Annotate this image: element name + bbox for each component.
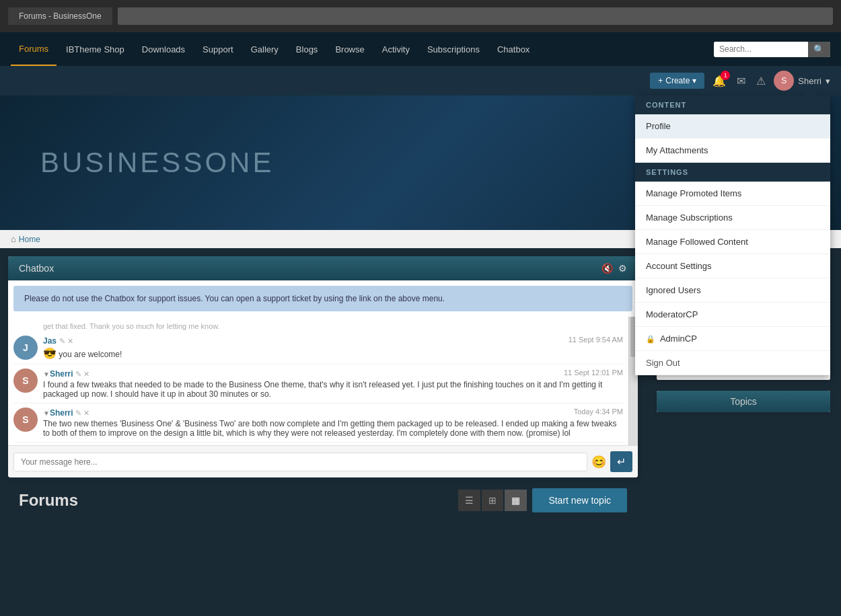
- user-menu-button[interactable]: S Sherri ▾: [774, 71, 830, 91]
- browser-chrome: Forums - BusinessOne: [0, 0, 841, 32]
- nav-ibtheme-shop[interactable]: IBTheme Shop: [58, 32, 133, 66]
- chat-actions: ✎ ✕: [75, 409, 89, 417]
- avatar: S: [13, 369, 38, 393]
- grid-view-button[interactable]: ⊞: [482, 490, 503, 511]
- site-wrapper: Forums IBTheme Shop Downloads Support Ga…: [0, 32, 841, 616]
- forums-title: Forums: [19, 491, 78, 510]
- user-dropdown: CONTENT Profile My Attachments SETTINGS …: [635, 95, 830, 375]
- nav-right: 🔍: [714, 42, 830, 57]
- chat-input[interactable]: [13, 453, 587, 471]
- settings-section-header: SETTINGS: [635, 163, 830, 182]
- manage-subscriptions-menu-item[interactable]: Manage Subscriptions: [635, 206, 830, 230]
- username-label: Sherri: [798, 76, 821, 86]
- chatbox-body: get that fixed. Thank you so much for le…: [8, 317, 638, 445]
- chatbox-header-icons: 🔇 ⚙: [601, 263, 627, 274]
- chat-username: Jas: [43, 336, 57, 346]
- chatbox-header: Chatbox 🔇 ⚙: [8, 256, 638, 280]
- list-view-button[interactable]: ☰: [458, 490, 480, 511]
- chat-content: ▼Sherri Today 4:34 PM ✎ ✕ The two new th…: [43, 408, 623, 438]
- profile-menu-item[interactable]: Profile: [635, 114, 830, 139]
- attachments-menu-item[interactable]: My Attachments: [635, 139, 830, 163]
- chat-actions: ✎ ✕: [59, 337, 73, 345]
- view-buttons: ☰ ⊞ ▦: [458, 490, 527, 511]
- chevron-down-icon: ▾: [826, 76, 830, 86]
- browser-tab: Forums - BusinessOne: [8, 7, 112, 25]
- search-input[interactable]: [714, 42, 808, 56]
- search-box[interactable]: 🔍: [714, 42, 830, 57]
- nav-downloads[interactable]: Downloads: [134, 32, 193, 66]
- plus-icon: +: [658, 76, 663, 85]
- chat-time: 11 Sept 12:01 PM: [564, 369, 623, 377]
- chat-content: ▼Sherri 11 Sept 12:01 PM ✎ ✕ I found a f…: [43, 369, 623, 399]
- notification-badge: 1: [721, 71, 730, 80]
- emoji: 😎: [43, 348, 57, 359]
- chatbox-messages: get that fixed. Thank you so much for le…: [8, 317, 628, 445]
- account-settings-menu-item[interactable]: Account Settings: [635, 254, 830, 278]
- chat-content: Jas 11 Sept 9:54 AM ✎ ✕ 😎 you are welcom…: [43, 336, 623, 360]
- chat-message: S ▼Sherri Today 4:34 PM ✎ ✕ The two new …: [13, 403, 623, 442]
- nav-support[interactable]: Support: [194, 32, 242, 66]
- moderatorcp-menu-item[interactable]: ModeratorCP: [635, 303, 830, 327]
- main-content: Chatbox 🔇 ⚙ Please do not use the Chatbo…: [0, 248, 646, 531]
- chat-time: Today 4:34 PM: [574, 408, 623, 416]
- topics-header: Topics: [657, 391, 830, 412]
- mute-icon[interactable]: 🔇: [601, 263, 613, 274]
- notification-button[interactable]: 🔔 1: [710, 72, 729, 90]
- chat-username: ▼Sherri: [43, 408, 73, 418]
- avatar: J: [13, 336, 38, 360]
- chat-text: I found a few tweaks that needed to be m…: [43, 380, 623, 399]
- dropdown-arrow: [803, 89, 817, 95]
- nav-blogs[interactable]: Blogs: [288, 32, 326, 66]
- search-button[interactable]: 🔍: [808, 42, 830, 57]
- chat-message: J Jas 11 Sept 9:54 AM ✎ ✕ 😎 you are welc…: [13, 332, 623, 364]
- nav-browse[interactable]: Browse: [327, 32, 372, 66]
- chatbox-container: Chatbox 🔇 ⚙ Please do not use the Chatbo…: [8, 256, 638, 477]
- avatar: S: [774, 71, 794, 91]
- chat-message: S ▼Sherri 11 Sept 12:01 PM ✎ ✕ I found a…: [13, 364, 623, 403]
- manage-promoted-menu-item[interactable]: Manage Promoted Items: [635, 182, 830, 206]
- topics-card: Topics: [657, 391, 830, 412]
- home-icon: ⌂: [11, 234, 16, 244]
- admincp-menu-item[interactable]: 🔒 AdminCP: [635, 327, 830, 351]
- ignored-users-menu-item[interactable]: Ignored Users: [635, 278, 830, 303]
- chatbox-input-area: 😊 ↵: [8, 445, 638, 477]
- chat-header: Jas 11 Sept 9:54 AM ✎ ✕: [43, 336, 623, 346]
- manage-followed-menu-item[interactable]: Manage Followed Content: [635, 230, 830, 254]
- action-bar: + Create ▾ 🔔 1 ✉ ⚠ S Sherri ▾ CONTENT Pr…: [0, 66, 841, 95]
- send-button[interactable]: ↵: [610, 451, 632, 472]
- avatar: S: [13, 408, 38, 432]
- nav-gallery[interactable]: Gallery: [243, 32, 287, 66]
- top-nav: Forums IBTheme Shop Downloads Support Ga…: [0, 32, 841, 66]
- nav-activity[interactable]: Activity: [374, 32, 418, 66]
- mod-icon: ▼: [43, 371, 50, 378]
- clipped-msg: get that fixed. Thank you so much for le…: [13, 319, 623, 332]
- emoji-button[interactable]: 😊: [591, 455, 606, 469]
- chat-time: 11 Sept 9:54 AM: [569, 336, 623, 344]
- create-button[interactable]: + Create ▾: [650, 73, 704, 89]
- mod-icon: ▼: [43, 410, 50, 417]
- settings-icon[interactable]: ⚙: [618, 263, 627, 274]
- chat-header: ▼Sherri Today 4:34 PM ✎ ✕: [43, 408, 623, 418]
- chat-actions: ✎ ✕: [75, 370, 89, 378]
- messages-button[interactable]: ✉: [734, 72, 748, 90]
- start-topic-button[interactable]: Start new topic: [532, 488, 627, 512]
- nav-forums[interactable]: Forums: [11, 32, 57, 66]
- envelope-icon: ✉: [737, 75, 745, 87]
- forums-footer: Forums ☰ ⊞ ▦ Start new topic: [8, 477, 638, 523]
- chat-text: The two new themes 'Business One' & 'Bus…: [43, 419, 623, 438]
- sign-out-menu-item[interactable]: Sign Out: [635, 351, 830, 375]
- site-logo: BUSINESSONE: [40, 147, 274, 179]
- chatbox-notice: Please do not use the Chatbox for suppor…: [13, 286, 632, 311]
- nav-subscriptions[interactable]: Subscriptions: [419, 32, 488, 66]
- warning-icon: ⚠: [756, 75, 766, 87]
- chat-username: ▼Sherri: [43, 369, 73, 379]
- alerts-button[interactable]: ⚠: [754, 72, 768, 90]
- chatbox-title: Chatbox: [19, 263, 54, 274]
- breadcrumb-home-link[interactable]: Home: [19, 235, 40, 244]
- forums-controls: ☰ ⊞ ▦ Start new topic: [458, 488, 627, 512]
- nav-chatbox[interactable]: Chatbox: [489, 32, 538, 66]
- lock-icon: 🔒: [646, 335, 655, 343]
- address-bar[interactable]: [118, 7, 833, 25]
- compact-view-button[interactable]: ▦: [505, 490, 527, 511]
- chat-text: 😎 you are welcome!: [43, 347, 623, 360]
